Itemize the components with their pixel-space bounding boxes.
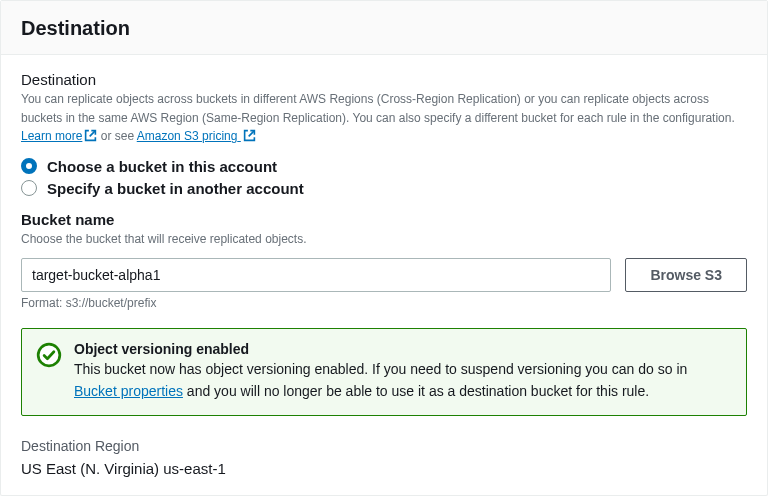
check-circle-icon xyxy=(36,342,62,402)
radio-this-account[interactable]: Choose a bucket in this account xyxy=(21,158,747,175)
learn-more-link[interactable]: Learn more xyxy=(21,129,97,143)
destination-panel: Destination Destination You can replicat… xyxy=(0,0,768,496)
versioning-alert: Object versioning enabled This bucket no… xyxy=(21,328,747,415)
panel-title: Destination xyxy=(21,17,747,40)
destination-section-label: Destination xyxy=(21,71,747,88)
radio-this-account-label: Choose a bucket in this account xyxy=(47,158,277,175)
radio-other-account-label: Specify a bucket in another account xyxy=(47,180,304,197)
panel-header: Destination xyxy=(1,1,767,55)
panel-body: Destination You can replicate objects ac… xyxy=(1,55,767,495)
destination-help-pre: You can replicate objects across buckets… xyxy=(21,92,735,125)
bucket-format-hint: Format: s3://bucket/prefix xyxy=(21,296,747,310)
external-link-icon xyxy=(84,129,97,148)
browse-s3-button[interactable]: Browse S3 xyxy=(625,258,747,292)
bucket-name-input[interactable] xyxy=(21,258,611,292)
radio-other-account[interactable]: Specify a bucket in another account xyxy=(21,180,747,197)
bucket-field-row: Browse S3 xyxy=(21,258,747,292)
alert-content: Object versioning enabled This bucket no… xyxy=(74,341,732,402)
svg-point-0 xyxy=(38,345,60,367)
alert-title: Object versioning enabled xyxy=(74,341,732,357)
destination-radio-group: Choose a bucket in this account Specify … xyxy=(21,158,747,197)
destination-help-text: You can replicate objects across buckets… xyxy=(21,90,747,148)
radio-button-icon xyxy=(21,158,37,174)
external-link-icon xyxy=(243,129,256,148)
bucket-name-label: Bucket name xyxy=(21,211,747,228)
radio-button-icon xyxy=(21,180,37,196)
destination-region-value: US East (N. Virginia) us-east-1 xyxy=(21,460,747,477)
bucket-properties-link[interactable]: Bucket properties xyxy=(74,383,183,399)
alert-text: This bucket now has object versioning en… xyxy=(74,359,732,402)
bucket-name-help: Choose the bucket that will receive repl… xyxy=(21,230,747,249)
pricing-link[interactable]: Amazon S3 pricing xyxy=(137,129,256,143)
destination-help-mid: or see xyxy=(97,129,136,143)
destination-region-label: Destination Region xyxy=(21,438,747,454)
